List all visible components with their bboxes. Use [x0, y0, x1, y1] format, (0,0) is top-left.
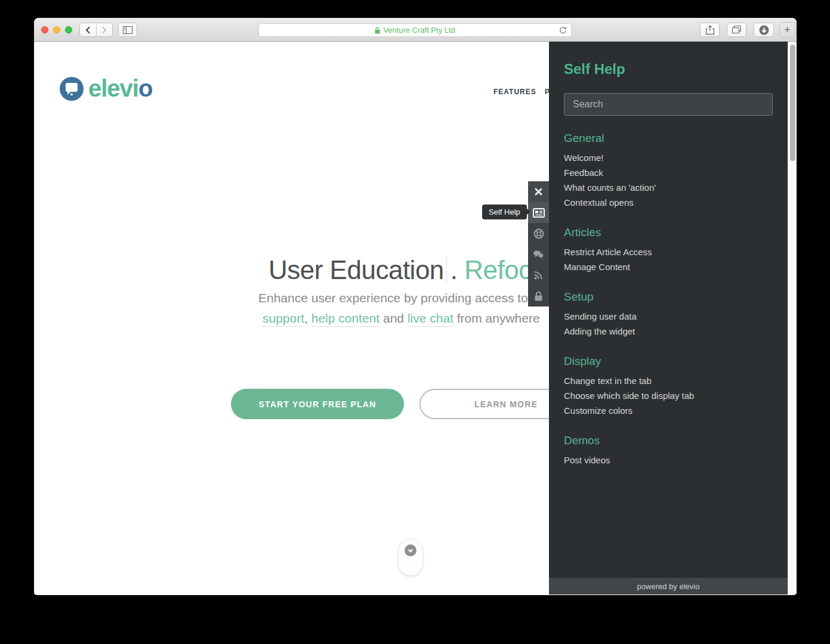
close-window-button[interactable] [41, 26, 48, 33]
sidebar-icon [123, 26, 132, 34]
section-items: Post videos [564, 453, 773, 467]
hero-subtitle-line2: support, help content and live chat from… [263, 311, 540, 326]
article-link[interactable]: Restrict Article Access [564, 244, 773, 259]
sidebar-toggle-button[interactable] [118, 23, 137, 37]
forward-button[interactable] [97, 23, 113, 36]
nav-item[interactable]: FEATURES [493, 88, 536, 96]
lock-icon [375, 27, 380, 34]
article-link[interactable]: Feedback [564, 165, 773, 180]
panel-section: Demos Post videos [564, 434, 773, 467]
scroll-down-indicator[interactable] [399, 540, 422, 575]
widget-toolbar [528, 181, 549, 306]
zoom-window-button[interactable] [65, 26, 72, 33]
page-content: elevio FEATURES PRICING User Education. … [34, 42, 797, 595]
site-logo[interactable]: elevio [60, 75, 152, 102]
panel-sections: General Welcome! Feedback What counts an… [564, 132, 773, 467]
back-button[interactable] [80, 23, 97, 36]
minimize-window-button[interactable] [53, 26, 60, 33]
support-icon [533, 228, 544, 239]
panel-section: General Welcome! Feedback What counts an… [564, 132, 773, 210]
chat-tab-button[interactable] [528, 244, 549, 265]
section-title: Demos [564, 434, 773, 447]
article-link[interactable]: Sending user data [564, 309, 773, 324]
self-help-tooltip: Self Help [482, 205, 527, 219]
article-link[interactable]: Change text in the tab [564, 373, 773, 388]
logo-wordmark: elevio [88, 75, 152, 102]
page-scrollbar[interactable] [788, 42, 797, 595]
new-tab-button[interactable]: + [779, 22, 795, 38]
downloads-button[interactable] [754, 23, 774, 37]
section-title: Articles [564, 226, 773, 239]
text-cursor [446, 258, 447, 283]
panel-section: Articles Restrict Article Access Manage … [564, 226, 773, 274]
self-help-tab-button[interactable] [528, 202, 549, 223]
address-text: Venture Craft Pty Ltd [383, 26, 455, 35]
private-tab-button[interactable] [528, 286, 549, 306]
blog-icon [534, 271, 543, 280]
blog-tab-button[interactable] [528, 265, 549, 286]
scrollbar-thumb[interactable] [790, 45, 795, 161]
tabs-icon [732, 26, 741, 34]
lock-icon [535, 292, 542, 301]
article-link[interactable]: Contextual opens [564, 195, 773, 210]
help-content-link[interactable]: help content [311, 311, 379, 327]
panel-section: Setup Sending user data Adding the widge… [564, 290, 773, 339]
share-button[interactable] [700, 23, 720, 37]
section-items: Welcome! Feedback What counts an 'action… [564, 150, 773, 210]
close-widget-button[interactable] [528, 181, 549, 202]
articles-icon [533, 208, 545, 218]
section-items: Change text in the tab Choose which side… [564, 373, 773, 418]
section-items: Sending user data Adding the widget [564, 309, 773, 339]
section-title: Setup [564, 290, 773, 304]
support-tab-button[interactable] [528, 223, 549, 244]
reload-button[interactable] [559, 26, 567, 35]
forward-icon [101, 26, 107, 34]
article-link[interactable]: What counts an 'action' [564, 180, 773, 195]
share-icon [706, 25, 714, 35]
panel-title: Self Help [564, 61, 773, 78]
back-icon [85, 26, 91, 34]
powered-by-elevio[interactable]: powered by elevio [549, 578, 788, 595]
close-icon [535, 188, 542, 196]
browser-toolbar: Venture Craft Pty Ltd + [34, 18, 797, 42]
article-link[interactable]: Customize colors [564, 403, 773, 418]
history-nav [79, 23, 113, 37]
elevio-logo-icon [60, 77, 84, 101]
panel-section: Display Change text in the tab Choose wh… [564, 355, 773, 418]
address-bar[interactable]: Venture Craft Pty Ltd [258, 23, 572, 37]
window-controls [41, 26, 72, 33]
section-title: General [564, 132, 773, 145]
article-link[interactable]: Choose which side to display tab [564, 388, 773, 403]
article-link[interactable]: Welcome! [564, 150, 773, 165]
chat-icon [533, 250, 544, 259]
section-items: Restrict Article Access Manage Content [564, 244, 773, 274]
article-link[interactable]: Manage Content [564, 259, 773, 274]
tab-overview-button[interactable] [727, 23, 746, 37]
reload-icon [559, 26, 567, 35]
section-title: Display [564, 355, 773, 368]
download-icon [759, 25, 769, 35]
hero-subtitle-line1: Enhance user experience by providing acc… [258, 291, 528, 305]
self-help-panel: Self Help General Welcome! Feedback What… [549, 42, 788, 595]
start-free-plan-button[interactable]: START YOUR FREE PLAN [231, 389, 404, 419]
chevron-down-icon [405, 544, 416, 556]
live-chat-link[interactable]: live chat [408, 311, 453, 327]
article-link[interactable]: Post videos [564, 453, 773, 467]
support-link[interactable]: support [263, 311, 304, 327]
browser-window: Venture Craft Pty Ltd + elevio [34, 18, 797, 595]
search-input[interactable] [564, 93, 773, 116]
article-link[interactable]: Adding the widget [564, 324, 773, 339]
